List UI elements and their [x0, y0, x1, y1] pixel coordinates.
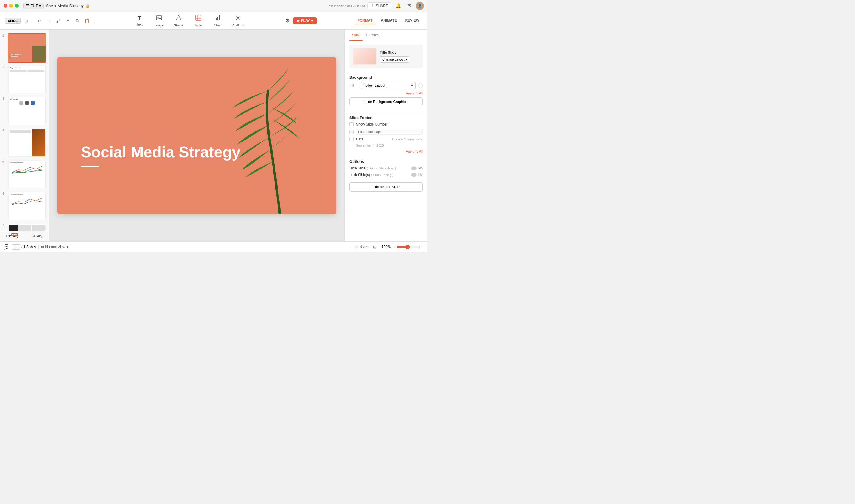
view-chevron-icon: ▾ [67, 245, 68, 249]
hide-slide-toggle-off[interactable] [411, 166, 416, 170]
layout-preview: Title Slide Change Layout ▾ [350, 44, 423, 68]
shape-icon [176, 15, 182, 23]
show-slide-number-row: Show Slide Number [350, 122, 423, 126]
slide-thumb-7[interactable]: 7 [0, 222, 49, 231]
slide-thumb-4[interactable]: 4 [0, 127, 49, 159]
hide-slide-no-label: No [418, 166, 423, 170]
tab-format[interactable]: FORMAT [354, 17, 376, 24]
slide-thumb-5[interactable]: 5 Performance by Platform [0, 159, 49, 190]
slide-thumb-1[interactable]: 1 Social MediaStrategy [0, 32, 49, 64]
show-slide-number-label: Show Slide Number [356, 122, 423, 126]
footer-divider [345, 112, 427, 112]
notification-icon[interactable]: 🔔 [394, 2, 403, 10]
insert-addons-tool[interactable]: AddOns [230, 13, 247, 28]
redo-button[interactable]: ↪ [45, 17, 53, 25]
layout-info: Title Slide Change Layout ▾ [380, 51, 419, 62]
view-icon: ⊞ [41, 245, 44, 249]
maximize-button[interactable] [15, 4, 19, 8]
addons-icon [235, 15, 242, 23]
footer-message-checkbox[interactable] [350, 130, 354, 134]
minimize-button[interactable] [9, 4, 13, 8]
footer-message-input[interactable] [356, 129, 423, 135]
chat-icon[interactable]: 💬 [3, 244, 10, 250]
slide-thumb-3[interactable]: 3 Meet the Team [0, 95, 49, 127]
undo-button[interactable]: ↩ [35, 17, 43, 25]
lock-slides-row: Lock Slide(s) ( From Editing ) No [350, 173, 423, 177]
cut-button[interactable]: ✂ [64, 17, 72, 25]
svg-point-10 [237, 17, 239, 19]
slides-sidebar: 1 Social MediaStrategy 2 Company Overvie… [0, 30, 49, 241]
hide-slide-row: Hide Slide ( During Slideshow ) No [350, 166, 423, 170]
minus-icon[interactable]: − [392, 245, 394, 249]
zoom-slider[interactable] [396, 245, 420, 249]
view-toggle-icon[interactable]: ⊞ [22, 17, 30, 25]
paint-format-button[interactable]: 🖌 [54, 17, 63, 25]
slide-thumb-6[interactable]: 6 Performance by Platform [0, 190, 49, 222]
canvas-area: Social Media Strategy [49, 30, 344, 241]
document-title: Social Media Strategy 🔒 [46, 3, 90, 8]
grid-view-icon[interactable]: ⊞ [371, 243, 379, 251]
chevron-down-icon: ▾ [406, 58, 407, 61]
insert-text-tool[interactable]: T Text [132, 14, 147, 27]
library-tab[interactable]: Library New [0, 231, 24, 241]
svg-rect-7 [215, 18, 217, 20]
plant-decoration [224, 57, 336, 214]
notes-icon: 📄 [354, 245, 358, 249]
toolbar: SLIDE ⊞ ↩ ↪ 🖌 ✂ ⧉ 📋 T Text Image Shape [0, 12, 427, 30]
file-menu-button[interactable]: ☰ FILE ▾ [23, 3, 43, 9]
settings-icon[interactable]: ⚙ [283, 17, 291, 25]
share-button[interactable]: ⇧ SHARE [367, 2, 392, 10]
slide-button[interactable]: SLIDE [5, 18, 21, 24]
slide-preview-2[interactable]: Company Overview [8, 65, 46, 94]
copy-button[interactable]: ⧉ [73, 17, 82, 25]
panel-tab-themes[interactable]: Themes [363, 30, 381, 41]
toolbar-separator-2 [93, 18, 94, 24]
lock-slides-toggle-off[interactable] [411, 173, 416, 177]
edit-master-slide-button[interactable]: Edit Master Slide [350, 182, 423, 192]
change-layout-button[interactable]: Change Layout ▾ [380, 56, 410, 62]
tab-review[interactable]: REVIEW [402, 17, 423, 24]
insert-chart-tool[interactable]: Chart [211, 13, 225, 28]
hide-background-button[interactable]: Hide Background Graphics [350, 97, 423, 106]
sidebar-bottom: Library New Gallery [0, 231, 49, 241]
share-icon: ⇧ [371, 4, 374, 8]
paste-button[interactable]: 📋 [83, 17, 91, 25]
close-button[interactable] [3, 4, 7, 8]
slide-underline-decoration [81, 166, 99, 167]
fill-dropdown[interactable]: Follow Layout ▾ [361, 82, 416, 89]
layout-name: Title Slide [380, 51, 419, 55]
slide-canvas[interactable]: Social Media Strategy [57, 57, 336, 214]
date-checkbox[interactable] [350, 137, 354, 141]
insert-image-tool[interactable]: Image [152, 13, 166, 28]
gallery-tab[interactable]: Gallery [24, 231, 49, 241]
image-icon [156, 15, 162, 23]
chart-icon [215, 15, 221, 23]
total-pages-text: / 1 Slides [21, 245, 36, 249]
show-slide-number-checkbox[interactable] [350, 122, 354, 126]
svg-rect-8 [217, 17, 218, 20]
date-row: Date Update Automatically [350, 137, 423, 141]
view-selector[interactable]: ⊞ Normal View ▾ [38, 244, 71, 250]
slide-preview-5[interactable]: Performance by Platform [8, 160, 46, 189]
slide-preview-6[interactable]: Performance by Platform [8, 192, 46, 221]
insert-shape-tool[interactable]: Shape [171, 13, 186, 28]
slide-preview-4[interactable] [8, 128, 46, 158]
apply-to-all-footer[interactable]: Apply To All [350, 149, 423, 153]
svg-rect-2 [196, 15, 201, 20]
slide-preview-1[interactable]: Social MediaStrategy [8, 33, 46, 62]
slide-preview-3[interactable]: Meet the Team [8, 96, 46, 126]
notes-button[interactable]: 📄 Notes [354, 245, 369, 249]
play-icon: ▶ [297, 19, 300, 23]
page-number-input[interactable]: 1 [12, 244, 20, 250]
plus-icon[interactable]: + [422, 245, 424, 249]
panel-tab-slide[interactable]: Slide [350, 30, 363, 41]
insert-table-tool[interactable]: Table [191, 13, 206, 28]
apply-to-all-bg[interactable]: Apply To All [350, 91, 423, 95]
user-avatar[interactable]: 👤 [416, 2, 424, 10]
slide-preview-7[interactable] [8, 223, 46, 231]
color-picker-circle[interactable] [418, 83, 423, 88]
email-icon[interactable]: ✉ [405, 2, 413, 10]
slide-thumb-2[interactable]: 2 Company Overview [0, 64, 49, 95]
play-button[interactable]: ▶ PLAY ▾ [293, 17, 317, 24]
tab-animate[interactable]: ANIMATE [377, 17, 400, 24]
